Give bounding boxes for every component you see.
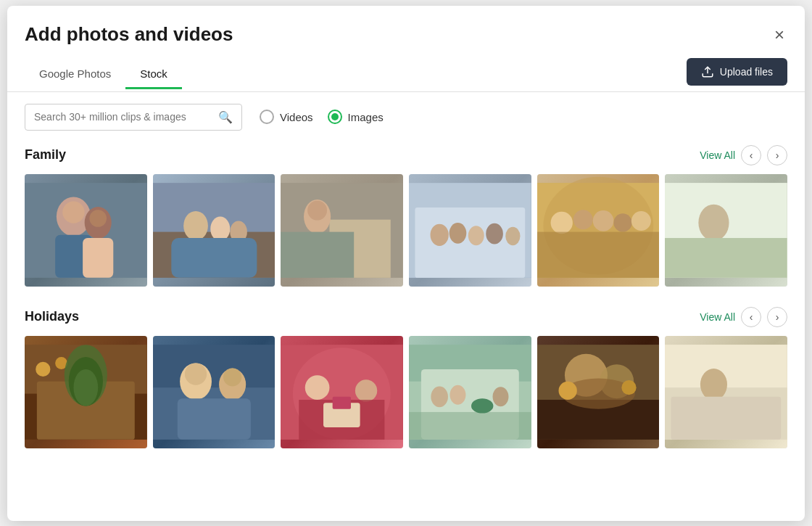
svg-rect-18 <box>281 231 354 277</box>
tab-stock[interactable]: Stock <box>125 60 182 89</box>
svg-rect-70 <box>409 411 531 439</box>
holidays-view-all-link[interactable]: View All <box>700 311 735 323</box>
family-photos-grid <box>25 174 787 287</box>
search-box: 🔍 <box>25 104 242 131</box>
svg-point-67 <box>431 386 448 407</box>
svg-point-24 <box>450 222 467 243</box>
upload-icon <box>701 65 714 78</box>
svg-point-71 <box>471 398 493 413</box>
family-next-button[interactable]: › <box>767 145 787 165</box>
svg-point-34 <box>613 213 631 231</box>
svg-point-59 <box>305 375 330 400</box>
modal-header: Add photos and videos × <box>7 6 805 46</box>
svg-point-35 <box>631 210 650 230</box>
family-prev-button[interactable]: ‹ <box>741 145 761 165</box>
svg-point-54 <box>223 368 241 386</box>
svg-point-39 <box>699 204 729 241</box>
family-section-controls: View All ‹ › <box>700 145 787 165</box>
holiday-photo-1 <box>25 336 147 448</box>
family-section-title: Family <box>25 147 66 163</box>
photo-item[interactable] <box>665 336 787 448</box>
svg-rect-5 <box>83 238 113 278</box>
family-photo-1 <box>25 174 147 287</box>
photo-item[interactable] <box>25 174 147 287</box>
search-input[interactable] <box>34 111 212 123</box>
images-radio-circle <box>328 110 342 124</box>
svg-point-25 <box>468 226 484 245</box>
svg-rect-63 <box>333 396 351 408</box>
photo-item[interactable] <box>281 336 403 448</box>
family-photo-4 <box>409 174 531 287</box>
photo-item[interactable] <box>409 336 531 448</box>
photo-item[interactable] <box>153 174 276 287</box>
family-photo-5 <box>537 174 660 287</box>
svg-rect-84 <box>671 396 782 439</box>
svg-point-27 <box>505 226 520 244</box>
add-media-modal: Add photos and videos × Google Photos St… <box>7 6 805 521</box>
svg-rect-55 <box>177 398 250 439</box>
holidays-prev-button[interactable]: ‹ <box>741 307 761 327</box>
family-section-header: Family View All ‹ › <box>25 145 787 165</box>
svg-point-19 <box>307 200 327 220</box>
svg-rect-40 <box>665 238 787 278</box>
content-area: Family View All ‹ › <box>7 131 805 521</box>
tab-google-photos[interactable]: Google Photos <box>25 60 125 89</box>
svg-point-26 <box>486 223 503 244</box>
search-icon: 🔍 <box>218 110 233 124</box>
holidays-section-header: Holidays View All ‹ › <box>25 307 787 327</box>
holidays-section-title: Holidays <box>25 309 79 324</box>
svg-point-44 <box>36 361 50 376</box>
photo-item[interactable] <box>25 336 147 448</box>
holiday-photo-2 <box>153 336 276 448</box>
svg-point-79 <box>621 380 636 395</box>
family-photo-6 <box>665 174 787 287</box>
holidays-section: Holidays View All ‹ › <box>25 307 787 448</box>
family-photo-2 <box>153 174 276 287</box>
photo-item[interactable] <box>537 174 660 287</box>
holiday-photo-4 <box>409 336 531 448</box>
holiday-photo-5 <box>537 336 660 448</box>
svg-point-68 <box>450 385 465 404</box>
images-label: Images <box>348 111 384 123</box>
svg-point-23 <box>430 223 448 245</box>
family-section: Family View All ‹ › <box>25 145 787 287</box>
svg-rect-36 <box>537 231 660 277</box>
holiday-photo-3 <box>281 336 403 448</box>
holidays-photos-grid <box>25 336 787 448</box>
videos-radio-circle <box>260 110 274 124</box>
photo-item[interactable] <box>409 174 531 287</box>
svg-point-53 <box>185 363 207 385</box>
modal-title: Add photos and videos <box>25 23 233 46</box>
svg-point-6 <box>62 201 84 223</box>
holidays-next-button[interactable]: › <box>767 307 787 327</box>
svg-point-69 <box>492 387 508 406</box>
svg-rect-13 <box>171 238 257 278</box>
photo-item[interactable] <box>537 336 660 448</box>
photo-item[interactable] <box>153 336 276 448</box>
svg-point-7 <box>89 210 107 227</box>
radio-group: Videos Images <box>260 110 384 124</box>
tabs-container: Google Photos Stock <box>25 60 182 89</box>
svg-point-32 <box>573 210 592 229</box>
family-view-all-link[interactable]: View All <box>700 149 735 161</box>
photo-item[interactable] <box>281 174 403 287</box>
videos-radio-option[interactable]: Videos <box>260 110 313 124</box>
close-button[interactable]: × <box>771 23 787 46</box>
family-photo-3 <box>281 174 403 287</box>
svg-point-33 <box>592 210 613 231</box>
videos-label: Videos <box>280 111 313 123</box>
svg-point-10 <box>183 210 208 239</box>
upload-files-button[interactable]: Upload files <box>687 58 787 86</box>
photo-item[interactable] <box>665 174 787 287</box>
holiday-photo-6 <box>665 336 787 448</box>
images-radio-option[interactable]: Images <box>328 110 384 124</box>
svg-point-78 <box>558 381 576 399</box>
svg-point-60 <box>355 379 377 401</box>
svg-point-83 <box>700 369 727 400</box>
holidays-section-controls: View All ‹ › <box>700 307 787 327</box>
svg-point-31 <box>550 211 572 233</box>
tabs-row: Google Photos Stock Upload files <box>7 46 805 92</box>
svg-point-48 <box>73 369 98 406</box>
filters-row: 🔍 Videos Images <box>7 92 805 131</box>
svg-point-11 <box>210 216 230 241</box>
